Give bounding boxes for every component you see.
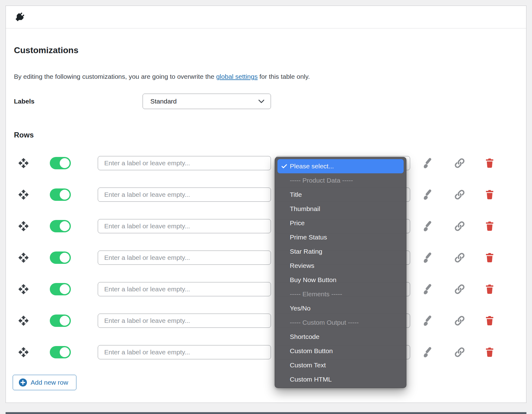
dropdown-option[interactable]: Please select... (277, 159, 404, 173)
row-enabled-toggle[interactable] (50, 251, 71, 264)
paintbrush-icon[interactable] (422, 283, 434, 295)
row-label-input[interactable] (98, 156, 271, 170)
dropdown-options-list: Please select...----- Product Data -----… (275, 159, 406, 387)
row-label-input[interactable] (98, 345, 271, 359)
dropdown-option-label: ----- Custom Output ----- (290, 319, 359, 326)
dropdown-option-label: ----- Elements ----- (290, 290, 342, 298)
labels-select-value: Standard (150, 94, 177, 108)
trash-icon[interactable] (484, 252, 495, 263)
dropdown-option[interactable]: Custom Text (275, 358, 406, 372)
description-text: By editing the following customizations,… (14, 73, 216, 80)
customizations-card: Customizations By editing the following … (6, 6, 526, 403)
description-text-suffix: for this table only. (258, 73, 310, 80)
dropdown-option[interactable]: Price (275, 216, 406, 230)
row-enabled-toggle[interactable] (50, 157, 71, 169)
page-title: Customizations (14, 45, 78, 55)
row-label-input[interactable] (98, 282, 271, 296)
labels-setting-row: Labels Standard (14, 94, 323, 109)
dropdown-option-label: Please select... (290, 163, 334, 170)
row-content-dropdown-menu: Please select...----- Product Data -----… (275, 157, 406, 388)
toggle-knob (60, 221, 70, 231)
dropdown-option[interactable]: Buy Now Button (275, 273, 406, 287)
labels-select[interactable]: Standard (143, 94, 271, 109)
dropdown-option-label: Shortcode (290, 333, 320, 340)
dropdown-option-label: Custom HTML (290, 376, 332, 383)
table-row (6, 251, 527, 265)
drag-handle-icon[interactable] (18, 158, 29, 169)
trash-icon[interactable] (484, 315, 495, 326)
link-icon[interactable] (454, 346, 466, 358)
link-icon[interactable] (454, 189, 466, 201)
toggle-knob (60, 253, 70, 263)
row-enabled-toggle[interactable] (50, 220, 71, 232)
row-enabled-toggle[interactable] (50, 346, 71, 358)
plug-icon (14, 11, 26, 23)
row-label-input[interactable] (98, 219, 271, 233)
paintbrush-icon[interactable] (422, 346, 434, 358)
row-enabled-toggle[interactable] (50, 283, 71, 295)
link-icon[interactable] (454, 315, 466, 327)
dropdown-option-label: Title (290, 191, 302, 198)
table-row (6, 314, 527, 328)
row-label-input[interactable] (98, 188, 271, 202)
link-icon[interactable] (454, 157, 466, 169)
global-settings-link[interactable]: global settings (216, 73, 258, 80)
customizations-description: By editing the following customizations,… (14, 72, 310, 82)
toggle-knob (60, 190, 70, 200)
dropdown-option[interactable]: Prime Status (275, 230, 406, 244)
paintbrush-icon[interactable] (422, 220, 434, 232)
chevron-down-icon (258, 99, 264, 104)
dropdown-option[interactable]: Star Rating (275, 244, 406, 259)
dropdown-option[interactable]: Reviews (275, 259, 406, 273)
trash-icon[interactable] (484, 221, 495, 231)
toggle-knob (60, 158, 70, 168)
row-label-input[interactable] (98, 251, 271, 265)
trash-icon[interactable] (484, 189, 495, 200)
next-section-top-edge (6, 412, 526, 414)
drag-handle-icon[interactable] (18, 315, 29, 326)
dropdown-option-label: Custom Text (290, 361, 326, 369)
dropdown-option-label: Prime Status (290, 234, 327, 241)
table-row (6, 219, 527, 233)
toggle-knob (60, 284, 70, 294)
dropdown-option[interactable]: Shortcode (275, 330, 406, 344)
paintbrush-icon[interactable] (422, 315, 434, 327)
row-label-input[interactable] (98, 314, 271, 328)
drag-handle-icon[interactable] (18, 252, 29, 263)
dropdown-option[interactable]: Custom Button (275, 344, 406, 358)
add-new-row-label: Add new row (31, 379, 68, 386)
link-icon[interactable] (454, 252, 466, 264)
link-icon[interactable] (454, 283, 466, 295)
dropdown-option[interactable]: Thumbnail (275, 202, 406, 216)
drag-handle-icon[interactable] (18, 347, 29, 358)
rows-section-title: Rows (14, 131, 34, 139)
trash-icon[interactable] (484, 158, 495, 168)
plus-circle-icon (19, 378, 27, 387)
trash-icon[interactable] (484, 284, 495, 294)
dropdown-option-label: Reviews (290, 262, 314, 269)
add-new-row-button[interactable]: Add new row (13, 375, 76, 390)
paintbrush-icon[interactable] (422, 252, 434, 264)
toggle-knob (60, 347, 70, 357)
row-enabled-toggle[interactable] (50, 188, 71, 201)
dropdown-option-label: Buy Now Button (290, 276, 337, 283)
dropdown-option-label: Custom Button (290, 347, 333, 354)
trash-icon[interactable] (484, 347, 495, 357)
drag-handle-icon[interactable] (18, 189, 29, 200)
dropdown-option-label: Yes/No (290, 305, 311, 312)
drag-handle-icon[interactable] (18, 284, 29, 295)
dropdown-option-label: Star Rating (290, 248, 322, 255)
row-enabled-toggle[interactable] (50, 315, 71, 327)
drag-handle-icon[interactable] (18, 221, 29, 232)
dropdown-option[interactable]: Yes/No (275, 301, 406, 315)
check-icon (281, 163, 288, 170)
link-icon[interactable] (454, 220, 466, 232)
dropdown-option[interactable]: Title (275, 188, 406, 202)
dropdown-group-header: ----- Elements ----- (275, 287, 406, 301)
dropdown-option[interactable]: Custom HTML (275, 372, 406, 387)
paintbrush-icon[interactable] (422, 189, 434, 201)
table-row (6, 282, 527, 296)
paintbrush-icon[interactable] (422, 157, 434, 169)
card-header-bar (6, 6, 526, 28)
dropdown-option-label: Thumbnail (290, 205, 320, 212)
